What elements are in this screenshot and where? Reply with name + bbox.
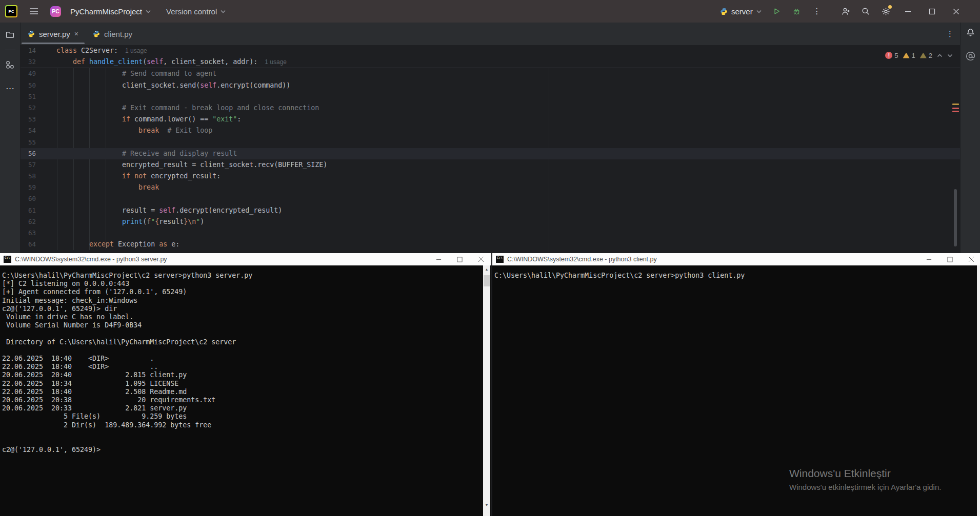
version-control-label: Version control: [166, 7, 217, 16]
code-line[interactable]: 50 client_socket.send(self.encrypt(comma…: [21, 80, 960, 91]
line-number: 55: [21, 137, 36, 148]
inspections-widget[interactable]: ! 5 1 2: [885, 45, 953, 66]
warning-stripe-mark[interactable]: [952, 104, 959, 105]
cmd-window-client[interactable]: C:\ C:\WINDOWS\system32\cmd.exe - python…: [492, 253, 980, 516]
pycharm-logo-icon: PC: [5, 5, 17, 17]
ai-assistant-button[interactable]: [963, 48, 978, 64]
error-stripe-mark[interactable]: [952, 108, 959, 109]
settings-button[interactable]: [878, 4, 893, 19]
terminal-body[interactable]: C:\Users\halil\PyCharmMiscProject\c2 ser…: [0, 265, 491, 516]
code-line[interactable]: 58 if not encrypted_result:: [21, 171, 960, 182]
code-line[interactable]: 59 break: [21, 182, 960, 193]
terminal-output: C:\Users\halil\PyCharmMiscProject\c2 ser…: [2, 272, 252, 454]
code-line[interactable]: 55: [21, 137, 960, 148]
notifications-button[interactable]: [963, 25, 978, 40]
code-line[interactable]: 56 # Receive and display result: [21, 148, 960, 159]
scrollbar[interactable]: [977, 265, 980, 516]
run-config-name: server: [731, 7, 753, 16]
code-line[interactable]: 51: [21, 91, 960, 102]
main-menu-button[interactable]: [26, 3, 42, 19]
tab-client-py[interactable]: client.py: [86, 23, 139, 45]
play-icon: [773, 8, 781, 15]
line-number: 64: [21, 239, 36, 250]
code-line[interactable]: 64 except Exception as e:: [21, 239, 960, 250]
code-editor[interactable]: 14class C2Server:1 usage32 def handle_cl…: [21, 45, 960, 253]
maximize-icon[interactable]: [457, 257, 463, 262]
python-icon: [720, 8, 728, 15]
weak-warning-icon: [920, 53, 927, 58]
line-number: 57: [21, 159, 36, 171]
code-line[interactable]: 63: [21, 228, 960, 239]
terminal-output: C:\Users\halil\PyCharmMiscProject\c2 ser…: [494, 272, 745, 280]
tab-options-button[interactable]: ⋮: [946, 23, 960, 45]
code-text: except Exception as e:: [56, 239, 179, 250]
debug-button[interactable]: [789, 4, 805, 19]
scrollbar[interactable]: ▲ ▼: [483, 265, 490, 516]
more-tool-windows-button[interactable]: …: [3, 78, 18, 94]
code-line[interactable]: 49 # Send command to agent: [21, 68, 960, 79]
line-number: 50: [21, 80, 36, 91]
editor-tab-bar: server.py × client.py ⋮: [21, 23, 960, 45]
next-problem-button[interactable]: [947, 54, 953, 57]
cmd-titlebar[interactable]: C:\ C:\WINDOWS\system32\cmd.exe - python…: [0, 253, 491, 265]
ai-assistant-icon: [966, 51, 975, 61]
search-everywhere-button[interactable]: [858, 4, 873, 19]
usage-hint[interactable]: 1 usage: [265, 58, 287, 66]
cmd-icon: C:\: [4, 256, 11, 263]
run-configuration-selector[interactable]: server: [717, 5, 765, 18]
close-icon[interactable]: [968, 256, 974, 262]
search-icon: [862, 7, 870, 15]
scroll-up-icon[interactable]: ▲: [483, 266, 490, 273]
usage-hint[interactable]: 1 usage: [125, 47, 147, 54]
code-text: # Exit command - break loop and close co…: [56, 102, 319, 114]
code-text: class C2Server:: [56, 45, 118, 56]
chevron-down-icon: [756, 10, 762, 13]
error-stripe-mark[interactable]: [952, 111, 959, 112]
close-icon: [953, 8, 959, 15]
more-vertical-icon: ⋮: [813, 7, 821, 15]
code-line[interactable]: 14class C2Server:1 usage: [21, 45, 960, 56]
windows-activation-title: Windows'u Etkinleştir: [789, 467, 891, 480]
code-text: client_socket.send(self.encrypt(command)…: [56, 80, 290, 91]
tab-server-py[interactable]: server.py ×: [21, 23, 86, 45]
more-actions-button[interactable]: ⋮: [809, 4, 825, 19]
close-button[interactable]: [948, 4, 964, 19]
code-line[interactable]: 61 result = self.decrypt(encrypted_resul…: [21, 205, 960, 216]
code-line[interactable]: 54 break # Exit loop: [21, 125, 960, 136]
line-number: 54: [21, 125, 36, 136]
line-number: 62: [21, 216, 36, 228]
minimize-button[interactable]: [900, 4, 915, 19]
scrollbar-thumb[interactable]: [484, 275, 490, 286]
cmd-titlebar[interactable]: C:\ C:\WINDOWS\system32\cmd.exe - python…: [492, 253, 980, 265]
maximize-button[interactable]: [924, 4, 939, 19]
minimize-icon[interactable]: [926, 257, 932, 262]
project-name: PyCharmMiscProject: [70, 7, 142, 16]
editor-scrollbar-thumb[interactable]: [954, 189, 957, 246]
maximize-icon[interactable]: [947, 257, 953, 262]
run-button[interactable]: [769, 4, 785, 19]
code-line[interactable]: 57 encrypted_result = client_socket.recv…: [21, 159, 960, 171]
hamburger-icon: [30, 9, 38, 14]
minimize-icon[interactable]: [436, 257, 442, 262]
windows-activation-subtitle: Windows'u etkinleştirmek için Ayarlar'a …: [789, 483, 941, 491]
code-with-me-button[interactable]: [838, 4, 853, 19]
code-line[interactable]: 60: [21, 193, 960, 204]
cmd-window-server[interactable]: C:\ C:\WINDOWS\system32\cmd.exe - python…: [0, 253, 491, 516]
close-icon[interactable]: [478, 256, 484, 262]
code-line[interactable]: 62 print(f"{result}\n"): [21, 216, 960, 228]
code-text: break: [56, 182, 159, 193]
screen: PC PC PyCharmMiscProject Version control: [0, 0, 980, 516]
code-line[interactable]: 52 # Exit command - break loop and close…: [21, 102, 960, 114]
chevron-down-icon: [221, 10, 226, 13]
scroll-down-icon[interactable]: ▼: [483, 502, 490, 509]
code-line[interactable]: 53 if command.lower() == "exit":: [21, 114, 960, 125]
version-control-selector[interactable]: Version control: [162, 4, 230, 19]
terminal-body[interactable]: C:\Users\halil\PyCharmMiscProject\c2 ser…: [492, 265, 980, 516]
structure-icon: [6, 60, 14, 69]
previous-problem-button[interactable]: [937, 54, 943, 57]
structure-tool-window-button[interactable]: [3, 57, 18, 72]
tab-close-icon[interactable]: ×: [74, 30, 78, 38]
project-tool-window-button[interactable]: [3, 27, 18, 42]
code-line[interactable]: 32 def handle_client(self, client_socket…: [21, 56, 960, 68]
project-selector[interactable]: PyCharmMiscProject: [66, 4, 155, 19]
